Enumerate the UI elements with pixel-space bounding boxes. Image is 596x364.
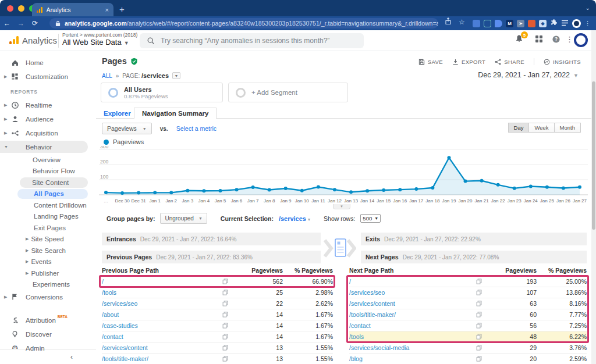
sidebar-item-site-speed[interactable]: ▶Site Speed xyxy=(0,234,96,245)
open-page-icon[interactable] xyxy=(463,290,495,295)
share-page-icon[interactable] xyxy=(445,17,452,26)
extension-icon-3[interactable] xyxy=(495,20,502,27)
sidebar-item-behavior-flow[interactable]: Behavior Flow xyxy=(0,166,96,177)
open-page-icon[interactable] xyxy=(210,290,241,295)
help-button[interactable]: ? xyxy=(552,35,560,44)
extensions-puzzle-icon[interactable] xyxy=(550,18,558,28)
breadcrumb-dropdown-icon[interactable]: ▼ xyxy=(172,72,180,79)
new-tab-button[interactable]: + xyxy=(119,3,125,15)
page-path-link[interactable]: /about xyxy=(102,311,210,318)
page-path-link[interactable]: / xyxy=(102,278,210,285)
page-path-link[interactable]: /contact xyxy=(102,333,210,340)
segment-all-users[interactable]: All Users 0.87% Pageviews xyxy=(101,83,223,102)
window-minimize-button[interactable] xyxy=(18,5,24,12)
open-page-icon[interactable] xyxy=(463,356,495,362)
sidebar-item-overview[interactable]: Overview xyxy=(0,154,96,166)
granularity-day[interactable]: Day xyxy=(508,123,530,133)
column-pageviews[interactable]: Pageviews xyxy=(241,267,283,274)
sidebar-item-site-content[interactable]: ▼Site Content xyxy=(0,177,96,188)
open-page-icon[interactable] xyxy=(463,334,495,340)
insights-button[interactable]: INSIGHTS xyxy=(544,59,581,65)
page-path-link[interactable]: /tools xyxy=(102,289,210,296)
url-bar[interactable]: analytics.google.com/analytics/web/#/rep… xyxy=(49,18,438,28)
open-page-icon[interactable] xyxy=(463,323,495,329)
page-path-link[interactable]: /tools xyxy=(349,333,463,340)
open-page-icon[interactable] xyxy=(210,323,241,329)
sidebar-item-exit-pages[interactable]: Exit Pages xyxy=(0,222,96,234)
back-icon[interactable]: ← xyxy=(0,19,14,27)
sidebar-item-customization[interactable]: ▶Customization xyxy=(0,70,96,83)
open-page-icon[interactable] xyxy=(463,279,495,284)
column-path[interactable]: Next Page Path xyxy=(349,267,463,274)
extension-icon-4[interactable]: M xyxy=(506,20,513,27)
extension-icon-1[interactable] xyxy=(473,20,480,27)
page-path-link[interactable]: / xyxy=(349,278,463,285)
sidebar-item-events[interactable]: ▶Events xyxy=(0,256,96,268)
add-segment-button[interactable]: + Add Segment xyxy=(228,83,348,102)
sidebar-item-conversions[interactable]: ▶Conversions xyxy=(0,290,96,304)
page-path-link[interactable]: /services/content xyxy=(102,344,210,351)
browser-profile-avatar[interactable] xyxy=(572,19,581,28)
open-page-icon[interactable] xyxy=(463,312,495,317)
breadcrumb-all-link[interactable]: ALL xyxy=(102,73,112,79)
property-selector[interactable]: All Web Site Data▼ xyxy=(62,38,129,47)
page-path-link[interactable]: /services/seo xyxy=(102,300,210,307)
extension-icon-5[interactable]: ➤ xyxy=(517,20,524,27)
chevron-down-icon[interactable]: ⌄ xyxy=(586,5,590,11)
sidebar-item-content-drilldown[interactable]: Content Drilldown xyxy=(0,199,96,211)
apps-grid-button[interactable] xyxy=(535,35,542,42)
current-selection-value[interactable]: /services ▾ xyxy=(279,215,310,222)
open-page-icon[interactable] xyxy=(210,301,241,306)
open-page-icon[interactable] xyxy=(210,334,241,340)
open-page-icon[interactable] xyxy=(210,312,241,317)
extension-icon-7[interactable]: ◆ xyxy=(539,20,547,27)
granularity-week[interactable]: Week xyxy=(528,123,554,133)
sidebar-item-publisher[interactable]: ▶Publisher xyxy=(0,267,96,279)
metric-dropdown[interactable]: Pageviews▼ xyxy=(102,123,152,134)
page-path-link[interactable]: /services/social-media xyxy=(349,344,463,351)
sidebar-item-experiments[interactable]: Experiments xyxy=(0,279,96,291)
sidebar-item-discover[interactable]: Discover xyxy=(0,327,96,341)
open-page-icon[interactable] xyxy=(463,301,495,306)
select-metric-link[interactable]: Select a metric xyxy=(176,125,217,132)
sidebar-item-site-search[interactable]: ▶Site Search xyxy=(0,245,96,256)
browser-tab[interactable]: Analytics × xyxy=(32,3,113,16)
show-rows-select[interactable]: 500▼ xyxy=(360,214,381,223)
browser-menu-icon[interactable]: ⋮ xyxy=(584,20,591,27)
column-pct-pageviews[interactable]: % Pageviews xyxy=(537,267,587,274)
granularity-month[interactable]: Month xyxy=(554,123,581,133)
tab-explorer[interactable]: Explorer xyxy=(104,110,131,117)
tab-close-icon[interactable]: × xyxy=(105,6,109,13)
page-path-link[interactable]: /blog xyxy=(349,355,463,362)
sidebar-item-behavior[interactable]: ▼Behavior xyxy=(0,140,96,154)
page-scrollbar-thumb[interactable] xyxy=(592,81,595,230)
share-button[interactable]: SHARE xyxy=(495,59,524,65)
open-page-icon[interactable] xyxy=(210,356,241,362)
page-path-link[interactable]: /services/seo xyxy=(349,289,463,296)
page-path-link[interactable]: /tools/title-maker/ xyxy=(102,355,210,362)
page-path-link[interactable]: /contact xyxy=(349,322,463,329)
sidebar-item-landing-pages[interactable]: Landing Pages xyxy=(0,211,96,223)
open-page-icon[interactable] xyxy=(210,345,241,351)
forward-icon[interactable]: → xyxy=(14,19,28,27)
reading-list-icon[interactable] xyxy=(561,18,569,28)
page-path-link[interactable]: /tools/title-maker/ xyxy=(349,311,463,318)
sidebar-item-home[interactable]: Home xyxy=(0,56,96,69)
reload-icon[interactable]: ⟳ xyxy=(28,19,42,27)
sidebar-collapse-icon[interactable]: ‹ xyxy=(70,353,73,361)
bookmark-star-icon[interactable]: ☆ xyxy=(459,18,465,26)
notifications-button[interactable]: 5 xyxy=(515,34,524,45)
page-path-link[interactable]: /case-studies xyxy=(102,322,210,329)
open-page-icon[interactable] xyxy=(210,279,241,284)
analytics-logo-icon[interactable] xyxy=(9,36,19,44)
header-overflow-menu-icon[interactable]: ⋮ xyxy=(566,35,573,44)
column-path[interactable]: Previous Page Path xyxy=(102,267,210,274)
sidebar-item-acquisition[interactable]: ▶Acquisition xyxy=(0,126,96,140)
column-pct-pageviews[interactable]: % Pageviews xyxy=(283,267,333,274)
search-bar[interactable]: Try searching “Any anomalies in sessions… xyxy=(140,33,364,48)
sidebar-item-realtime[interactable]: ▶Realtime xyxy=(0,98,96,112)
export-button[interactable]: EXPORT xyxy=(452,59,485,65)
chart-expander[interactable]: ▼ xyxy=(333,204,350,209)
extension-icon-6[interactable] xyxy=(528,20,535,27)
group-by-dropdown[interactable]: Ungrouped▼ xyxy=(160,213,207,224)
